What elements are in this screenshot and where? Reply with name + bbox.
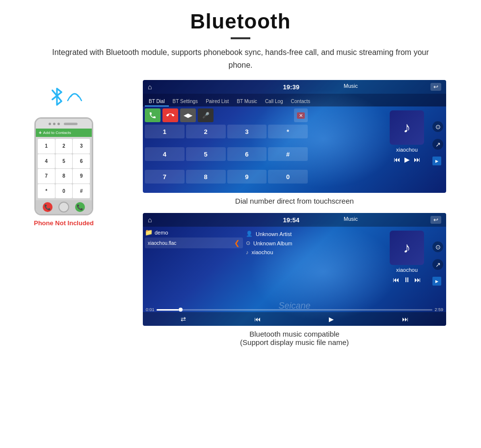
tab-paired-list[interactable]: Paired List bbox=[202, 97, 233, 106]
car-speaker-button[interactable]: ◀▶ bbox=[180, 108, 196, 122]
car-home-icon-2[interactable]: ⌂ bbox=[148, 216, 152, 224]
tab-bt-settings[interactable]: BT Settings bbox=[169, 97, 202, 106]
orange-arrow-icon: ❮ bbox=[234, 239, 240, 247]
car-dialpad: 1 2 3 * 4 5 6 # 7 8 9 0 bbox=[145, 125, 308, 191]
album-label: Unknown Album bbox=[253, 240, 293, 246]
header-section: Bluetooth Integrated with Bluetooth modu… bbox=[15, 10, 466, 71]
car-dial-7[interactable]: 7 bbox=[145, 170, 185, 184]
phone-screen: + Add to Contacts 1 2 3 4 5 6 7 8 9 * bbox=[36, 129, 92, 200]
phone-not-included-label: Phone Not Included bbox=[34, 219, 94, 227]
folder-name: demo bbox=[155, 230, 168, 236]
side-icon-3[interactable]: ▶ bbox=[432, 157, 441, 165]
car-screen-dial: ⌂ 19:39 Music ↩ BT Dial BT Settings Pair… bbox=[143, 80, 446, 193]
car-dial-5[interactable]: 5 bbox=[186, 147, 226, 161]
tab-bt-music[interactable]: BT Music bbox=[233, 97, 261, 106]
car-dial-6[interactable]: 6 bbox=[227, 147, 267, 161]
time-end: 2:59 bbox=[434, 307, 443, 312]
home-button[interactable] bbox=[58, 202, 69, 212]
phone-key-hash[interactable]: # bbox=[73, 184, 90, 199]
next-bottom-button[interactable]: ⏭ bbox=[402, 316, 408, 323]
phone-speaker bbox=[64, 123, 78, 125]
music-caption-line1: Bluetooth music compatible bbox=[249, 330, 339, 338]
car-time-1: 19:39 bbox=[283, 83, 299, 91]
phone-key-2[interactable]: 2 bbox=[55, 139, 73, 154]
page-container: Bluetooth Integrated with Bluetooth modu… bbox=[0, 0, 481, 366]
car-dial-hash[interactable]: # bbox=[268, 147, 308, 161]
car-screen2-header: ⌂ 19:54 Music ↩ bbox=[143, 213, 446, 227]
car-dial-star[interactable]: * bbox=[268, 125, 308, 138]
call-button[interactable]: 📞 bbox=[75, 202, 85, 212]
shuffle-button[interactable]: ⇄ bbox=[181, 316, 186, 323]
car-artist-name-2: xiaochou bbox=[396, 267, 418, 273]
progress-track[interactable] bbox=[157, 309, 433, 311]
clock-icon: ⊙ bbox=[246, 240, 250, 246]
artist-label: Unknown Artist bbox=[256, 231, 292, 237]
prev-button[interactable]: ⏮ bbox=[394, 156, 401, 163]
pause-button[interactable]: ⏸ bbox=[403, 276, 410, 284]
car-dial-2[interactable]: 2 bbox=[186, 125, 226, 138]
side-icon-5[interactable]: ↗ bbox=[432, 259, 443, 270]
car-dial-9[interactable]: 9 bbox=[227, 170, 267, 184]
bluetooth-icon bbox=[48, 85, 66, 109]
phone-key-1[interactable]: 1 bbox=[38, 139, 55, 154]
phone-key-8[interactable]: 8 bbox=[55, 169, 73, 184]
phone-key-9[interactable]: 9 bbox=[73, 169, 90, 184]
music-caption-line2: (Support display music file name) bbox=[240, 338, 349, 346]
car-end-button[interactable] bbox=[162, 108, 178, 122]
prev-button-2[interactable]: ⏮ bbox=[393, 276, 400, 284]
artist-info-row: 👤 Unknown Artist bbox=[246, 231, 334, 237]
car-bottom-controls: ⇄ ⏮ ▶ ⏭ bbox=[143, 312, 446, 326]
music-note-icon: ♪ bbox=[403, 119, 411, 136]
car-artist-name: xiaochou bbox=[396, 147, 418, 153]
time-start: 0:01 bbox=[146, 307, 155, 312]
car-dial-0[interactable]: 0 bbox=[268, 170, 308, 184]
car-home-icon[interactable]: ⌂ bbox=[148, 83, 152, 91]
progress-fill bbox=[157, 309, 179, 311]
next-button[interactable]: ⏭ bbox=[414, 156, 421, 163]
prev-bottom-button[interactable]: ⏮ bbox=[254, 316, 261, 323]
music-filename: xiaochou.flac bbox=[148, 240, 176, 246]
music-icon: ♪ bbox=[246, 249, 249, 255]
side-icon-2[interactable]: ↗ bbox=[432, 139, 443, 150]
phone-key-5[interactable]: 5 bbox=[55, 154, 73, 169]
play-bottom-button[interactable]: ▶ bbox=[329, 316, 334, 323]
phone-screen-header: + Add to Contacts bbox=[36, 129, 92, 137]
end-call-button[interactable]: 📞 bbox=[43, 202, 53, 212]
car-dial-8[interactable]: 8 bbox=[186, 170, 226, 184]
phone-key-3[interactable]: 3 bbox=[73, 139, 90, 154]
car-dial-1[interactable]: 1 bbox=[145, 125, 185, 138]
car-playback-controls: ⏮ ▶ ⏭ bbox=[394, 156, 421, 163]
car-screen-music: ⌂ 19:54 Music ↩ 📁 demo bbox=[143, 213, 446, 326]
car-music-album-2: ♪ bbox=[390, 231, 424, 265]
next-button-2[interactable]: ⏭ bbox=[414, 276, 421, 284]
tab-bt-dial[interactable]: BT Dial bbox=[145, 97, 169, 106]
car-back-button[interactable]: ↩ bbox=[430, 83, 441, 91]
play-button[interactable]: ▶ bbox=[404, 156, 410, 163]
screenshot-music-block: ⌂ 19:54 Music ↩ 📁 demo bbox=[123, 213, 466, 346]
car-answer-button[interactable] bbox=[145, 108, 160, 122]
car-dial-3[interactable]: 3 bbox=[227, 125, 267, 138]
music-file-row[interactable]: xiaochou.flac ❮ bbox=[145, 237, 243, 248]
phone-key-0[interactable]: 0 bbox=[55, 184, 73, 199]
phone-key-4[interactable]: 4 bbox=[38, 154, 55, 169]
side-icon-1[interactable]: ⊙ bbox=[432, 121, 443, 132]
car-delete-button[interactable]: ✕ bbox=[294, 108, 308, 122]
car-mic-button[interactable]: 🎤 bbox=[198, 108, 214, 122]
car-back-button-2[interactable]: ↩ bbox=[430, 216, 441, 224]
album-info-row: ⊙ Unknown Album bbox=[246, 240, 334, 246]
side-icon-6[interactable]: ▶ bbox=[432, 277, 441, 286]
song-info-row: ♪ xiaochou bbox=[246, 249, 334, 255]
phone-section: + Add to Contacts 1 2 3 4 5 6 7 8 9 * bbox=[15, 80, 113, 227]
phone-key-star[interactable]: * bbox=[38, 184, 55, 199]
phone-dot bbox=[53, 123, 55, 125]
music-file-panel: 📁 demo xiaochou.flac ❮ bbox=[145, 229, 243, 305]
folder-icon: 📁 bbox=[145, 229, 153, 236]
add-contacts-label: Add to Contacts bbox=[43, 131, 71, 135]
phone-key-6[interactable]: 6 bbox=[73, 154, 90, 169]
side-icon-4[interactable]: ⊙ bbox=[432, 241, 443, 252]
car-dial-4[interactable]: 4 bbox=[145, 147, 185, 161]
phone-key-7[interactable]: 7 bbox=[38, 169, 55, 184]
tab-call-log[interactable]: Call Log bbox=[261, 97, 287, 106]
tab-contacts[interactable]: Contacts bbox=[287, 97, 314, 106]
car-tabs: BT Dial BT Settings Paired List BT Music… bbox=[143, 94, 446, 106]
